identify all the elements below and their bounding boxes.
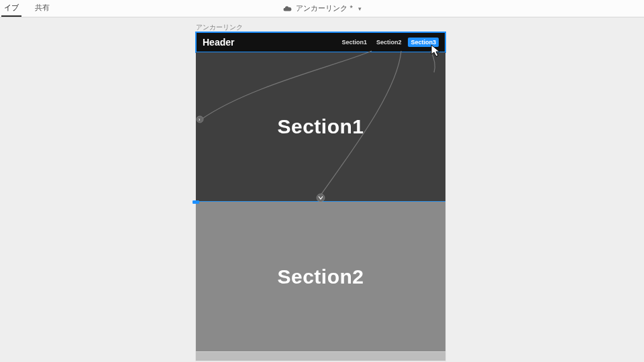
design-canvas[interactable]: アンカーリンク Header Section1 Section2 Section…: [0, 17, 644, 362]
mode-tabs: イブ 共有: [0, 0, 52, 17]
section-1-title: Section1: [277, 115, 364, 138]
section-2[interactable]: Section2: [196, 202, 445, 352]
chevron-down-icon: ▾: [358, 5, 362, 12]
mode-tab-prototype[interactable]: イブ: [1, 0, 21, 17]
app-top-bar: イブ 共有 アンカーリンク * ▾: [0, 0, 644, 17]
nav-link-section2[interactable]: Section2: [374, 38, 405, 47]
nav-link-section3[interactable]: Section3: [408, 38, 439, 47]
section-2-title: Section2: [277, 265, 364, 288]
artboard[interactable]: Header Section1 Section2 Section3 Sectio…: [196, 32, 445, 361]
header-title: Header: [203, 37, 234, 48]
section-3-peek[interactable]: [196, 352, 445, 361]
section-1[interactable]: Section1: [196, 52, 445, 202]
document-title-dropdown[interactable]: アンカーリンク * ▾: [282, 3, 361, 13]
document-title: アンカーリンク *: [296, 3, 352, 13]
mode-tab-share[interactable]: 共有: [32, 0, 52, 17]
header-bar[interactable]: Header Section1 Section2 Section3: [196, 32, 445, 52]
selection-resize-handle[interactable]: [193, 200, 199, 204]
cloud-icon: [282, 4, 292, 13]
nav-link-section1[interactable]: Section1: [339, 38, 370, 47]
header-nav-links: Section1 Section2 Section3: [339, 38, 439, 47]
artboard-name-label[interactable]: アンカーリンク: [196, 23, 243, 32]
